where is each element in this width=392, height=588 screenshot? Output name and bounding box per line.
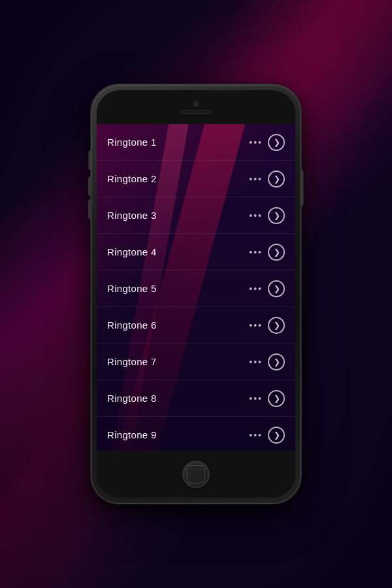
chevron-arrow: ❯: [274, 321, 280, 330]
ringtone-label: Ringtone 9: [107, 429, 249, 440]
list-item[interactable]: Ringtone 8•••❯: [97, 380, 295, 417]
more-dots-icon[interactable]: •••: [249, 284, 263, 294]
camera-dot: [193, 101, 199, 106]
chevron-right-icon[interactable]: ❯: [268, 317, 285, 334]
list-item[interactable]: Ringtone 3•••❯: [97, 197, 295, 234]
chevron-arrow: ❯: [274, 211, 280, 220]
chevron-arrow: ❯: [274, 394, 280, 403]
chevron-arrow: ❯: [274, 174, 280, 184]
chevron-right-icon[interactable]: ❯: [268, 280, 285, 297]
phone-inner: Ringtone 1•••❯Ringtone 2•••❯Ringtone 3••…: [97, 90, 295, 498]
more-dots-icon[interactable]: •••: [249, 174, 263, 184]
more-dots-icon[interactable]: •••: [249, 247, 263, 257]
ringtone-label: Ringtone 6: [107, 319, 249, 331]
phone-bottom-bar: [97, 451, 295, 498]
list-item[interactable]: Ringtone 5•••❯: [97, 270, 295, 307]
chevron-arrow: ❯: [274, 138, 280, 147]
ringtone-label: Ringtone 3: [107, 210, 249, 221]
more-dots-icon[interactable]: •••: [249, 357, 263, 367]
list-item[interactable]: Ringtone 7•••❯: [97, 344, 295, 380]
chevron-right-icon[interactable]: ❯: [268, 207, 285, 224]
chevron-right-icon[interactable]: ❯: [268, 353, 285, 370]
chevron-arrow: ❯: [274, 431, 280, 440]
chevron-arrow: ❯: [274, 357, 280, 367]
chevron-arrow: ❯: [274, 284, 280, 293]
chevron-right-icon[interactable]: ❯: [268, 244, 285, 261]
chevron-right-icon[interactable]: ❯: [268, 134, 285, 151]
more-dots-icon[interactable]: •••: [249, 393, 263, 404]
more-dots-icon[interactable]: •••: [249, 430, 263, 440]
phone-top-bar: [97, 90, 295, 124]
speaker-grille: [180, 110, 212, 114]
home-button[interactable]: [182, 461, 210, 488]
more-dots-icon[interactable]: •••: [249, 137, 263, 148]
list-item[interactable]: Ringtone 2•••❯: [97, 161, 295, 197]
list-item[interactable]: Ringtone 6•••❯: [97, 307, 295, 344]
chevron-right-icon[interactable]: ❯: [268, 171, 285, 188]
ringtone-label: Ringtone 8: [107, 393, 249, 404]
chevron-arrow: ❯: [274, 248, 280, 257]
ringtone-label: Ringtone 4: [107, 246, 249, 257]
ringtone-label: Ringtone 1: [107, 137, 249, 148]
home-button-inner: [187, 465, 205, 483]
phone-frame: Ringtone 1•••❯Ringtone 2•••❯Ringtone 3••…: [91, 85, 301, 503]
ringtone-label: Ringtone 2: [107, 173, 249, 184]
more-dots-icon[interactable]: •••: [249, 210, 263, 221]
ringtone-label: Ringtone 7: [107, 356, 249, 367]
list-item[interactable]: Ringtone 1•••❯: [97, 124, 295, 161]
more-dots-icon[interactable]: •••: [249, 320, 263, 331]
list-item[interactable]: Ringtone 9•••❯: [97, 417, 295, 451]
screen: Ringtone 1•••❯Ringtone 2•••❯Ringtone 3••…: [97, 124, 295, 451]
chevron-right-icon[interactable]: ❯: [268, 427, 285, 444]
ringtone-label: Ringtone 5: [107, 283, 249, 294]
list-item[interactable]: Ringtone 4•••❯: [97, 234, 295, 270]
ringtone-list: Ringtone 1•••❯Ringtone 2•••❯Ringtone 3••…: [97, 124, 295, 451]
chevron-right-icon[interactable]: ❯: [268, 390, 285, 407]
